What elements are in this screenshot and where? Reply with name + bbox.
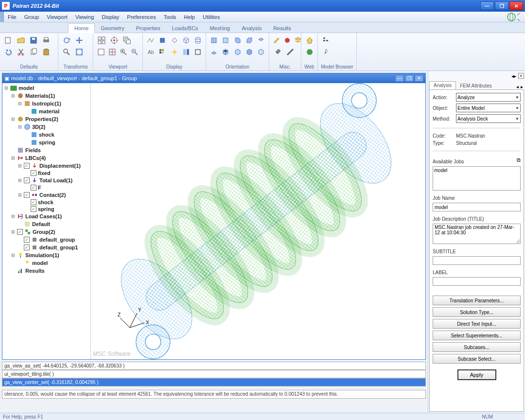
label-input[interactable] [433, 277, 521, 286]
display-labels-icon[interactable]: Ab [146, 47, 156, 57]
orient-right-icon[interactable] [245, 35, 254, 46]
tree-spring[interactable]: spring [3, 139, 89, 146]
maximize-button[interactable]: ❐ [495, 1, 508, 10]
vp-close[interactable]: ✕ [415, 75, 423, 82]
display-wire-icon[interactable] [146, 35, 156, 46]
globe-icon[interactable] [507, 12, 521, 22]
tab-home[interactable]: Home [68, 23, 95, 33]
jobs-browse-icon[interactable]: ⧉ [517, 157, 521, 163]
display-light-icon[interactable] [169, 47, 179, 57]
console-line-3[interactable]: ga_view_center_set( -0.316182, 0.004295 … [2, 378, 426, 386]
panel-pin-icon[interactable]: ◂▸ [511, 73, 516, 79]
tree-model-sim[interactable]: model [3, 259, 89, 267]
console-line-2[interactable]: ui_viewport_tiling.tile( ) [2, 370, 426, 378]
menu-tools[interactable]: Tools [160, 13, 180, 21]
console[interactable]: ga_view_aa_set( -44.640125, -29.564007, … [2, 362, 426, 389]
orient-top-icon[interactable] [256, 35, 266, 46]
menu-utilities[interactable]: Utilities [199, 13, 224, 21]
misc-measure-icon[interactable] [285, 47, 296, 57]
model-tree[interactable]: ⊟model ⊟Materials(1) ⊟Isotropic(1) mater… [2, 83, 91, 359]
orient-iso1-icon[interactable] [221, 47, 230, 57]
vp-single-icon[interactable] [96, 47, 105, 57]
tree-results[interactable]: Results [3, 267, 89, 275]
tree-spring2[interactable]: ✓spring [3, 206, 89, 212]
tree-materials[interactable]: ⊟Materials(1) [3, 92, 89, 100]
cut-icon[interactable] [16, 47, 26, 57]
tab-geometry[interactable]: Geometry [95, 24, 130, 33]
tree-shock[interactable]: shock [3, 131, 89, 139]
tree-fields[interactable]: Fields [3, 146, 89, 154]
zoom-icon[interactable] [61, 47, 72, 57]
tree-contact[interactable]: ⊟✓Contact(2) [3, 191, 89, 199]
object-select[interactable]: Entire Model [456, 104, 521, 112]
vp-target-icon[interactable] [109, 35, 120, 46]
tree-isotropic[interactable]: ⊟Isotropic(1) [3, 100, 89, 107]
misc-pencil-icon[interactable] [272, 35, 281, 46]
translation-params-button[interactable]: Translation Parameters... [433, 296, 521, 305]
tree-load-cases[interactable]: ⊟Load Cases(1) [3, 212, 89, 220]
display-hidden-icon[interactable] [169, 35, 179, 46]
orient-left-icon[interactable] [232, 35, 242, 46]
vp-cascade-icon[interactable] [122, 35, 132, 46]
apply-button[interactable]: Apply [457, 369, 496, 380]
undo-icon[interactable] [3, 47, 14, 57]
orient-iso3-icon[interactable] [245, 47, 254, 57]
copy-icon[interactable] [28, 47, 39, 57]
solution-type-button[interactable]: Solution Type... [433, 307, 521, 317]
tab-meshing[interactable]: Meshing [204, 24, 236, 33]
orient-bottom-icon[interactable] [209, 47, 219, 57]
job-name-input[interactable] [433, 203, 521, 211]
menu-viewing[interactable]: Viewing [71, 13, 98, 21]
web-home-icon[interactable] [304, 35, 315, 46]
pan-icon[interactable] [74, 35, 85, 46]
misc-tool-icon[interactable] [272, 47, 283, 57]
tab-loads-bcs[interactable]: Loads/BCs [166, 24, 204, 33]
tree-3d[interactable]: ⊟3D(2) [3, 123, 89, 131]
paste-icon[interactable] [41, 47, 52, 57]
fit-icon[interactable] [74, 47, 85, 57]
jobs-listbox[interactable]: model [433, 166, 521, 191]
tree-group[interactable]: ⊟✓Group(2) [3, 228, 89, 236]
tree-lbcs[interactable]: ⊟LBCs(4) [3, 154, 89, 162]
vp-maximize[interactable]: ❐ [405, 75, 414, 82]
tree-default[interactable]: Default [3, 220, 89, 228]
orient-front-icon[interactable] [209, 35, 219, 46]
menu-file[interactable]: File [4, 13, 20, 21]
tree-material-item[interactable]: material [3, 107, 89, 115]
print-icon[interactable] [41, 35, 52, 46]
vp-minimize[interactable]: — [395, 75, 404, 82]
menu-preferences[interactable]: Preferences [123, 13, 159, 21]
vp-grid-icon[interactable] [107, 47, 117, 57]
tree-total-load[interactable]: ⊟✓Total Load(1) [3, 176, 89, 184]
display-edges-icon[interactable] [193, 47, 203, 57]
console-line-1[interactable]: ga_view_aa_set( -44.640125, -29.564007, … [2, 362, 426, 370]
panel-tab-analysis[interactable]: Analysis [429, 81, 456, 89]
tree-shock2[interactable]: ✓shock [3, 199, 89, 206]
action-select[interactable]: Analyze [456, 93, 521, 102]
viewport-canvas[interactable]: X Y Z MSC Software [91, 83, 425, 359]
menu-viewport[interactable]: Viewport [43, 13, 71, 21]
orient-iso2-icon[interactable] [232, 47, 242, 57]
orient-iso4-icon[interactable] [256, 47, 266, 57]
browser-wrench-icon[interactable] [321, 47, 332, 57]
display-faces-icon[interactable] [181, 47, 191, 57]
subcases-button[interactable]: Subcases... [433, 342, 521, 352]
subcase-select-button[interactable]: Subcase Select... [433, 354, 521, 364]
tree-simulation[interactable]: ⊟Simulation(1) [3, 251, 89, 259]
job-desc-input[interactable] [433, 224, 521, 244]
tree-f[interactable]: ✓F [3, 184, 89, 191]
method-select[interactable]: Analysis Deck [456, 114, 521, 123]
web-link-icon[interactable] [304, 47, 315, 57]
minimize-button[interactable]: — [480, 1, 494, 10]
panel-close-icon[interactable]: × [518, 73, 524, 79]
vp-tile-icon[interactable] [96, 35, 107, 46]
menu-help[interactable]: Help [180, 13, 199, 21]
new-icon[interactable] [3, 35, 14, 46]
vp-zoom-in-icon[interactable] [119, 47, 128, 57]
rotate-icon[interactable] [61, 35, 72, 46]
menu-group[interactable]: Group [20, 13, 43, 21]
panel-nav-left[interactable]: ◂ [515, 84, 520, 89]
tree-default-group1[interactable]: ✓default_group1 [3, 244, 89, 251]
close-button[interactable]: ✕ [509, 1, 523, 10]
tab-properties[interactable]: Properties [130, 24, 166, 33]
